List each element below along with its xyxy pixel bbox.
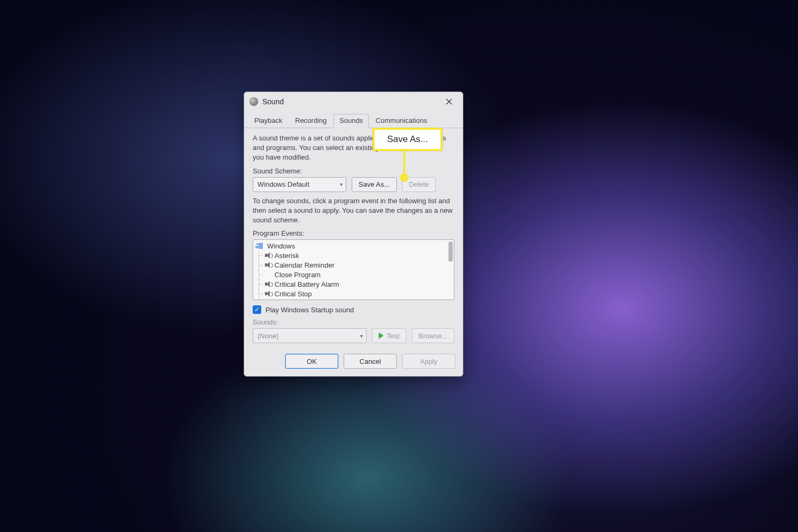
startup-sound-label: Play Windows Startup sound: [265, 306, 354, 314]
save-as-button[interactable]: Save As...: [352, 177, 397, 192]
windows-icon: [255, 243, 263, 249]
annotation-callout: Save As...: [372, 128, 443, 151]
cancel-button[interactable]: Cancel: [344, 354, 397, 369]
desktop-background: Sound Playback Recording Sounds Communic…: [0, 0, 798, 532]
list-item[interactable]: Calendar Reminder: [255, 260, 452, 270]
chevron-down-icon: ▾: [360, 333, 363, 339]
list-item[interactable]: Critical Stop: [255, 289, 452, 298]
speaker-icon: [265, 281, 272, 287]
list-item[interactable]: Asterisk: [255, 251, 452, 260]
tab-strip: Playback Recording Sounds Communications: [244, 110, 463, 128]
tab-communications[interactable]: Communications: [370, 114, 433, 128]
scheme-dropdown[interactable]: Windows Default ▾: [253, 177, 346, 192]
sound-app-icon: [250, 97, 258, 106]
apply-button[interactable]: Apply: [402, 354, 455, 369]
list-item[interactable]: Critical Battery Alarm: [255, 279, 452, 289]
browse-button[interactable]: Browse...: [412, 328, 454, 343]
speaker-icon: [265, 290, 272, 297]
chevron-down-icon: ▾: [340, 181, 343, 187]
scheme-label: Sound Scheme:: [253, 167, 454, 175]
events-label: Program Events:: [253, 229, 454, 237]
tab-sounds[interactable]: Sounds: [334, 114, 369, 128]
startup-sound-checkbox[interactable]: ✓: [253, 305, 261, 314]
window-title: Sound: [262, 97, 284, 106]
sounds-label: Sounds:: [253, 318, 454, 326]
annotation-dot: [400, 173, 409, 182]
ok-button[interactable]: OK: [285, 354, 338, 369]
tree-root[interactable]: Windows: [255, 241, 452, 251]
list-item[interactable]: Close Program: [255, 270, 452, 279]
titlebar[interactable]: Sound: [244, 92, 463, 110]
tab-recording[interactable]: Recording: [289, 114, 332, 128]
scrollbar-thumb[interactable]: [448, 242, 453, 262]
program-events-list[interactable]: Windows Asterisk Calendar Reminder: [253, 239, 454, 300]
test-button[interactable]: Test: [372, 328, 406, 343]
events-description: To change sounds, click a program event …: [253, 196, 454, 226]
close-button[interactable]: [439, 95, 459, 108]
sounds-dropdown[interactable]: (None) ▾: [253, 328, 367, 343]
play-icon: [379, 332, 384, 339]
speaker-icon: [265, 262, 272, 268]
sounds-value: (None): [257, 332, 279, 340]
dialog-footer: OK Cancel Apply: [244, 350, 463, 376]
tab-playback[interactable]: Playback: [248, 114, 288, 128]
scheme-value: Windows Default: [257, 180, 310, 188]
speaker-icon: [265, 252, 272, 259]
annotation-line: [403, 149, 405, 176]
